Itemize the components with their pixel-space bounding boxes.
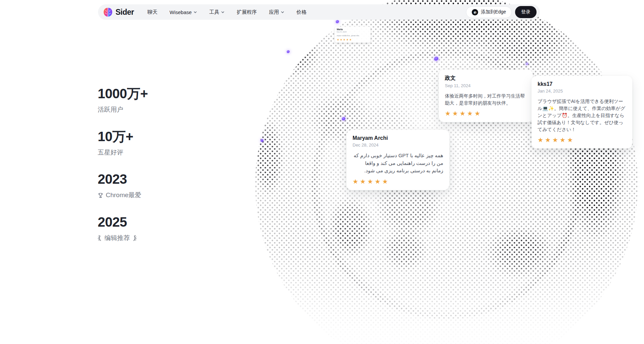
laurel-left-icon: [98, 235, 102, 241]
edge-browser-icon: e: [472, 9, 478, 15]
chevron-down-icon: [193, 10, 197, 14]
review-date: Dec 8, 2024: [337, 31, 369, 33]
stat-value: 10万+: [98, 128, 148, 145]
add-to-edge-button[interactable]: e 添加到Edge: [466, 6, 512, 18]
brand-name: Sider: [116, 8, 134, 17]
stat-label: Chrome最爱: [98, 191, 148, 199]
star-rating: ★★★★★: [337, 38, 369, 41]
nav-item-label: 价格: [296, 9, 307, 15]
accent-dot: [336, 20, 339, 23]
review-date: Jan 24, 2025: [538, 89, 626, 94]
reviewer-name: Marta: [337, 28, 369, 31]
review-card: kks17 Jan 24, 2025 ブラウザ拡張でAIを活用できる便利ツール💻…: [532, 76, 632, 149]
review-text: 体验近两年多时间，对工作学习生活帮助大，是非常好的朋友与伙伴。: [445, 93, 527, 107]
sider-logo[interactable]: Sider: [103, 7, 134, 17]
nav-item-chat[interactable]: 聊天: [147, 9, 157, 15]
nav-item-apps[interactable]: 应用: [269, 9, 284, 15]
review-text: همه چیز عالیه با GPT دستیار خوبی دارم که…: [353, 152, 443, 175]
reviewer-name: 政文: [445, 75, 527, 82]
review-card: Maryam Archi Dec 28, 2024 همه چیز عالیه …: [347, 130, 449, 190]
stat-five-star-reviews: 10万+ 五星好评: [98, 128, 148, 157]
review-date: Sep 11, 2024: [445, 83, 527, 88]
review-card: 政文 Sep 11, 2024 体验近两年多时间，对工作学习生活帮助大，是非常好…: [439, 69, 533, 122]
chevron-down-icon: [221, 10, 225, 14]
star-rating: ★★★★★: [538, 137, 626, 143]
stat-chrome-favorite: 2023 Chrome最爱: [98, 171, 148, 199]
stats-column: 1000万+ 活跃用户 10万+ 五星好评 2023 Chrome最爱: [98, 85, 148, 257]
nav-item-label: Wisebase: [170, 9, 192, 15]
star-rating: ★★★★★: [353, 178, 443, 185]
review-card-mini: Marta Dec 8, 2024 super addictive, great…: [335, 26, 371, 43]
nav-item-tools[interactable]: 工具: [209, 9, 225, 15]
accent-dot: [342, 117, 346, 121]
review-text: ブラウザ拡張でAIを活用できる便利ツール💻✨。簡単に使えて、作業の効率がグンとア…: [538, 98, 626, 133]
accent-dot: [434, 57, 439, 61]
stat-editor-recommended: 2025 编辑推荐: [98, 214, 148, 242]
accent-dot: [261, 139, 264, 142]
reviewer-name: Maryam Archi: [353, 135, 443, 141]
login-label: 登录: [521, 9, 531, 15]
review-text: super addictive, great site: [337, 34, 369, 37]
trophy-icon: [98, 192, 103, 198]
login-button[interactable]: 登录: [515, 6, 537, 18]
reviewer-name: kks17: [538, 81, 626, 87]
nav-item-wisebase[interactable]: Wisebase: [170, 9, 197, 15]
chevron-down-icon: [281, 10, 284, 14]
star-rating: ★★★★★: [445, 110, 527, 117]
stat-value: 2025: [98, 214, 148, 230]
nav-menu: 聊天 Wisebase 工具 扩展程序 应用 价格: [147, 9, 307, 15]
stat-value: 2023: [98, 171, 148, 187]
accent-dot: [287, 50, 290, 53]
review-card-mini-wrap: Marta Dec 8, 2024 super addictive, great…: [335, 26, 371, 43]
accent-dot: [525, 62, 528, 65]
top-navbar: Sider 聊天 Wisebase 工具 扩展程序 应用 价格: [98, 4, 540, 20]
stat-label: 编辑推荐: [98, 234, 148, 242]
add-to-edge-label: 添加到Edge: [481, 9, 506, 15]
brain-logo-icon: [103, 7, 113, 17]
stat-label: 五星好评: [98, 149, 148, 157]
stat-label: 活跃用户: [98, 106, 148, 114]
nav-item-extensions[interactable]: 扩展程序: [237, 9, 257, 15]
nav-item-label: 应用: [269, 9, 279, 15]
nav-item-pricing[interactable]: 价格: [296, 9, 307, 15]
nav-item-label: 扩展程序: [237, 9, 257, 15]
laurel-right-icon: [132, 235, 137, 241]
stat-active-users: 1000万+ 活跃用户: [98, 85, 148, 114]
review-date: Dec 28, 2024: [353, 142, 443, 148]
nav-item-label: 聊天: [147, 9, 157, 15]
stat-value: 1000万+: [98, 85, 148, 102]
nav-item-label: 工具: [209, 9, 219, 15]
